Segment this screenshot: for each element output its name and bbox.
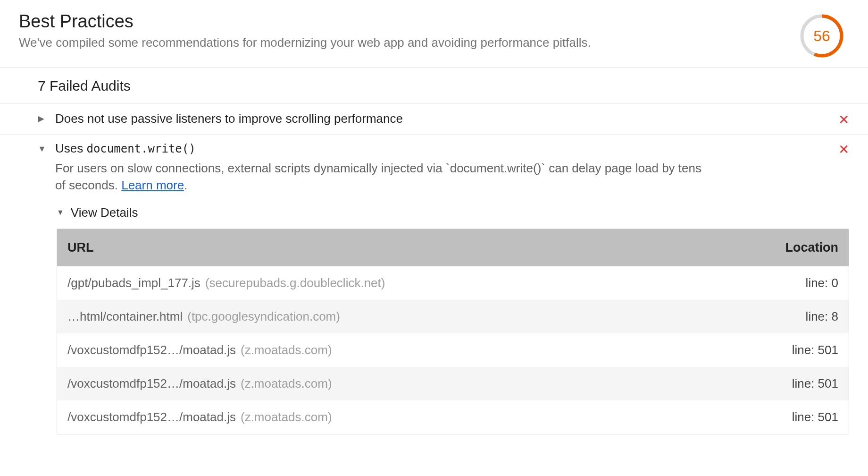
url-domain: (z.moatads.com)	[241, 376, 332, 391]
score-value: 56	[799, 13, 844, 59]
view-details-toggle[interactable]: ▼ View Details	[57, 201, 849, 229]
table-row: /voxcustomdfp152…/moatad.js(z.moatads.co…	[57, 400, 849, 434]
url-path: /voxcustomdfp152…/moatad.js	[67, 343, 236, 357]
audit-row[interactable]: ▼ Uses document.write() For users on slo…	[0, 135, 868, 201]
audit-item-passive-listeners: ▶ Does not use passive listeners to impr…	[0, 104, 868, 135]
chevron-right-icon: ▶	[38, 114, 44, 123]
url-path: /voxcustomdfp152…/moatad.js	[67, 376, 236, 391]
table-row: /gpt/pubads_impl_177.js(securepubads.g.d…	[57, 266, 849, 300]
audit-description: For users on slow connections, external …	[55, 160, 706, 194]
details-table: URL Location /gpt/pubads_impl_177.js(sec…	[57, 229, 849, 434]
audit-title: Does not use passive listeners to improv…	[55, 111, 838, 126]
audit-title-prefix: Uses	[55, 141, 86, 155]
fail-icon: ✕	[838, 141, 849, 156]
report-header: Best Practices We've compiled some recom…	[0, 0, 868, 68]
failed-audits-heading: 7 Failed Audits	[0, 68, 868, 104]
url-domain: (securepubads.g.doubleclick.net)	[205, 276, 385, 290]
view-details-label: View Details	[71, 205, 138, 220]
table-row: /voxcustomdfp152…/moatad.js(z.moatads.co…	[57, 333, 849, 367]
url-domain: (z.moatads.com)	[241, 343, 332, 357]
table-row: /voxcustomdfp152…/moatad.js(z.moatads.co…	[57, 367, 849, 400]
url-path: …html/container.html	[67, 309, 183, 323]
column-header-location: Location	[734, 240, 838, 255]
table-header-row: URL Location	[57, 229, 849, 266]
chevron-down-icon: ▼	[38, 144, 46, 153]
location-value: line: 8	[734, 309, 838, 324]
page-subtitle: We've compiled some recommendations for …	[19, 34, 780, 51]
audit-title-code: document.write()	[86, 142, 195, 155]
column-header-url: URL	[67, 240, 734, 255]
chevron-down-icon: ▼	[57, 208, 64, 217]
score-gauge: 56	[799, 13, 844, 59]
audit-row[interactable]: ▶ Does not use passive listeners to impr…	[0, 104, 868, 134]
location-value: line: 501	[734, 376, 838, 391]
audit-title: Uses document.write()	[55, 141, 838, 156]
location-value: line: 501	[734, 343, 838, 357]
url-domain: (tpc.googlesyndication.com)	[187, 309, 340, 323]
url-domain: (z.moatads.com)	[241, 410, 332, 424]
table-row: …html/container.html(tpc.googlesyndicati…	[57, 300, 849, 333]
page-title: Best Practices	[19, 11, 780, 32]
audit-item-document-write: ▼ Uses document.write() For users on slo…	[0, 135, 868, 444]
learn-more-link[interactable]: Learn more	[121, 178, 184, 192]
fail-icon: ✕	[838, 111, 849, 127]
location-value: line: 501	[734, 410, 838, 425]
url-path: /gpt/pubads_impl_177.js	[67, 276, 200, 290]
url-path: /voxcustomdfp152…/moatad.js	[67, 410, 236, 424]
location-value: line: 0	[734, 276, 838, 290]
